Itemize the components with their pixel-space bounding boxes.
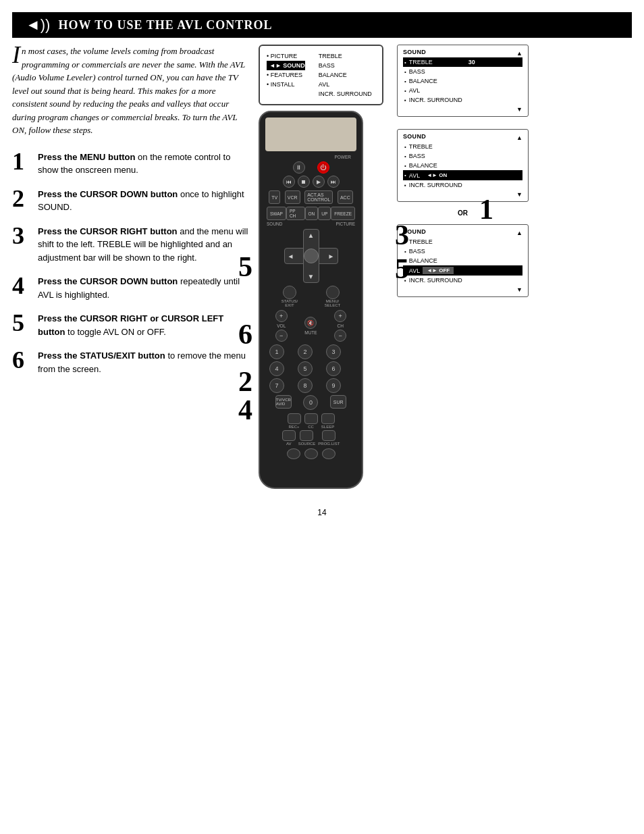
status-exit-btn[interactable]: [283, 286, 296, 299]
vcr-btn[interactable]: VCR: [285, 190, 300, 204]
ok-btn[interactable]: [304, 448, 318, 459]
on-btn[interactable]: ON: [305, 207, 319, 220]
picture-label: PICTURE: [336, 221, 355, 226]
remote-screen: [265, 118, 356, 151]
step-4-text: Press the CURSOR DOWN button repeatedly …: [38, 273, 252, 301]
btn-4[interactable]: 4: [269, 361, 284, 376]
vol-up-btn[interactable]: +: [275, 310, 288, 322]
btn-8[interactable]: 8: [298, 378, 313, 393]
power-btn[interactable]: ⏻: [317, 161, 329, 174]
btn-0[interactable]: 0: [303, 395, 318, 410]
btn-9[interactable]: 9: [326, 378, 341, 393]
remote-diagram-container: 5 6 2 4 POWER ⏸: [259, 111, 383, 489]
transport-row: ⏮ ⏹ ▶ ⏭: [265, 176, 356, 188]
sp2-arrow-down: ▼: [403, 191, 522, 198]
sp1-avl: •AVL: [403, 86, 522, 95]
pause-btn[interactable]: ⏸: [293, 161, 305, 174]
position-btn[interactable]: [287, 448, 300, 459]
tv-vcr-btn[interactable]: TV/VCRAV/D: [275, 395, 292, 409]
btn-6[interactable]: 6: [326, 361, 341, 376]
btn-5[interactable]: 5: [298, 361, 313, 376]
btn-1[interactable]: 1: [269, 344, 284, 359]
up-btn[interactable]: UP: [318, 207, 331, 220]
tv-btn[interactable]: TV: [269, 190, 280, 204]
rec-btn[interactable]: [288, 413, 301, 424]
sp1-treble: •TREBLE 30: [403, 57, 522, 67]
main-menu-right: TREBLE BASS BALANCE AVL INCR. SURROUND: [319, 51, 372, 99]
diagram-area: • PICTURE ◄► SOUND • FEATURES • INSTALL …: [259, 45, 632, 489]
menu-select-btn[interactable]: [326, 286, 340, 299]
bottom-row-2: AV SOURCE PROG.LIST: [268, 430, 354, 446]
header-icon: ◄)): [26, 16, 50, 34]
ch-down-btn[interactable]: −: [334, 330, 346, 342]
pip-btn[interactable]: [322, 448, 336, 459]
act-btn[interactable]: ACT.ASCONTROL: [304, 190, 333, 204]
dpad-center[interactable]: [304, 249, 319, 263]
swap-btn[interactable]: SWAP: [267, 207, 286, 220]
freeze-btn[interactable]: FREEZE: [331, 207, 355, 220]
main-tv-menu: • PICTURE ◄► SOUND • FEATURES • INSTALL …: [259, 45, 383, 105]
step-overlay-6: 6: [238, 320, 252, 348]
sp3-treble: •TREBLE: [403, 237, 522, 246]
intro-text: n most cases, the volume levels coming f…: [12, 46, 245, 135]
surround-btn[interactable]: SUR: [330, 395, 346, 409]
cc-btn[interactable]: [304, 413, 318, 424]
stop-btn[interactable]: ⏹: [298, 176, 310, 188]
sub-btn-row: SWAP PP CH ON UP FREEZE: [267, 207, 355, 220]
vol-down-btn[interactable]: −: [275, 330, 288, 342]
step-4-number: 4: [12, 273, 31, 298]
prog-list-btn[interactable]: [322, 430, 336, 441]
step-1: 1 Press the MENU button on the remote co…: [12, 149, 252, 177]
ppc-btn[interactable]: PP CH: [286, 207, 305, 220]
sp3-balance: •BALANCE: [403, 256, 522, 265]
sp2-balance: •BALANCE: [403, 161, 522, 170]
sound-panel-treble: SOUND ▲ •TREBLE 30 •BASS •BALANCE •AVL ▪…: [397, 45, 529, 117]
ff-btn[interactable]: ⏭: [327, 176, 340, 188]
rew-btn[interactable]: ⏮: [283, 176, 295, 188]
sound-label: SOUND: [267, 221, 282, 226]
step-3-text: Press the CURSOR RIGHT button and the me…: [38, 224, 252, 265]
sp3-arrow-up: ▲: [516, 230, 522, 236]
sp1-arrow-up: ▲: [516, 50, 522, 57]
step-overlay-3: 3: [395, 219, 409, 251]
source-btn[interactable]: [300, 430, 313, 441]
sound-panel-avl-on: SOUND ▲ •TREBLE •BASS •BALANCE •AVL ◄► O…: [397, 129, 529, 202]
treble-bar: [435, 60, 466, 64]
btn-3[interactable]: 3: [326, 344, 341, 359]
step-5: 5 Press the CURSOR RIGHT or CURSOR LEFT …: [12, 311, 252, 338]
right-panels: SOUND ▲ •TREBLE 30 •BASS •BALANCE •AVL ▪…: [397, 45, 529, 297]
drop-cap: I: [12, 45, 20, 66]
sp1-arrow-down: ▼: [403, 106, 522, 113]
btn-2[interactable]: 2: [298, 344, 313, 359]
dpad-container: ◄ ► ▲ ▼: [284, 229, 338, 283]
step-1-number: 1: [12, 149, 31, 174]
ch-up-btn[interactable]: +: [334, 310, 346, 322]
avl-off-badge: ◄► OFF: [423, 267, 454, 274]
main-menu-left: • PICTURE ◄► SOUND • FEATURES • INSTALL: [267, 51, 305, 99]
step-3-number: 3: [12, 224, 31, 248]
play-btn[interactable]: ▶: [313, 176, 325, 188]
btn-7[interactable]: 7: [269, 378, 284, 393]
right-column: • PICTURE ◄► SOUND • FEATURES • INSTALL …: [259, 45, 632, 489]
step-4: 4 Press the CURSOR DOWN button repeatedl…: [12, 273, 252, 301]
steps-container: 1 Press the MENU button on the remote co…: [12, 149, 252, 376]
step-2-text: Press the CURSOR DOWN button once to hig…: [38, 186, 252, 214]
step-overlay-2-4: 2 4: [238, 367, 252, 424]
step-3: 3 Press the CURSOR RIGHT button and the …: [12, 224, 252, 265]
av-btn[interactable]: [282, 430, 296, 441]
intro-paragraph: I n most cases, the volume levels coming…: [12, 45, 252, 137]
num-grid: 1 2 3 4 5 6 7 8 9: [269, 344, 352, 393]
avl-on-badge: ◄► ON: [423, 172, 451, 179]
step-6-text: Press the STATUS/EXIT button to remove t…: [38, 348, 252, 375]
vol-ch-area: + VOL − 🔇 MUTE + CH −: [267, 310, 355, 342]
acc-btn[interactable]: ACC: [338, 190, 353, 204]
sp2-arrow-up: ▲: [516, 134, 522, 141]
mode-btn-row: TV VCR ACT.ASCONTROL ACC: [267, 190, 355, 204]
mute-btn[interactable]: 🔇: [304, 317, 317, 329]
bottom-row-1: REC+ CC SLEEP: [268, 413, 354, 429]
sp2-incr: ▪INCR. SURROUND: [403, 180, 522, 190]
sleep-btn[interactable]: [321, 413, 335, 424]
sp1-bass: •BASS: [403, 67, 522, 76]
step-overlay-5b: 5: [395, 253, 409, 285]
left-column: I n most cases, the volume levels coming…: [12, 45, 252, 489]
